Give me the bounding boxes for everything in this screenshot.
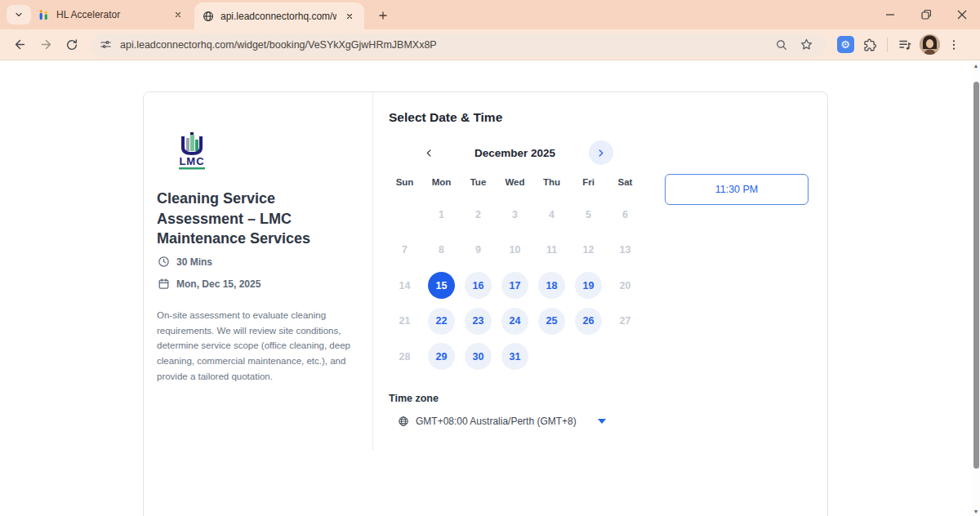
calendar-day-21: 21 <box>391 308 418 335</box>
globe-favicon <box>203 11 214 22</box>
calendar-day-17[interactable]: 17 <box>501 272 528 299</box>
address-bar[interactable]: api.leadconnectorhq.com/widget/booking/V… <box>91 33 826 56</box>
calendar-day-30[interactable]: 30 <box>465 343 492 370</box>
calendar-day-22[interactable]: 22 <box>428 308 455 335</box>
scroll-down-arrow[interactable]: ▼ <box>972 506 980 516</box>
calendar-day-9: 9 <box>465 237 492 264</box>
weekday-fri: Fri <box>570 177 607 187</box>
close-tab-icon[interactable] <box>343 10 356 23</box>
booking-card: LMC Cleaning Service Assessment – LMC Ma… <box>143 91 828 516</box>
page-scrollbar[interactable]: ▲ ▼ <box>972 60 980 516</box>
panel-divider <box>372 92 373 450</box>
close-tab-icon[interactable] <box>172 8 185 21</box>
lmc-logo: LMC <box>174 131 210 174</box>
calendar-day-25[interactable]: 25 <box>538 308 565 335</box>
calendar-day-27: 27 <box>612 308 639 335</box>
tab-hl-accelerator[interactable]: HL Accelerator <box>29 0 193 29</box>
extensions-puzzle-icon[interactable] <box>858 33 882 57</box>
calendar-day-12: 12 <box>575 237 602 264</box>
next-month-button[interactable] <box>589 140 613 165</box>
weekday-thu: Thu <box>533 177 570 187</box>
page-title: Select Date & Time <box>389 110 502 125</box>
calendar-day-11: 11 <box>538 237 565 264</box>
avatar <box>920 34 940 55</box>
scroll-up-arrow[interactable]: ▲ <box>972 60 980 70</box>
svg-text:LMC: LMC <box>179 155 204 167</box>
calendar-day-2: 2 <box>465 201 492 228</box>
duration-label: 30 Mins <box>176 256 212 268</box>
calendar-day-7: 7 <box>391 237 418 264</box>
calendar-day-3: 3 <box>501 201 528 228</box>
reading-list-icon[interactable] <box>893 33 917 57</box>
previous-month-button[interactable] <box>417 140 442 165</box>
calendar-day-15[interactable]: 15 <box>428 272 455 299</box>
calendar-day-18[interactable]: 18 <box>538 272 565 299</box>
browser-toolbar: api.leadconnectorhq.com/widget/booking/V… <box>0 29 980 60</box>
weekday-wed: Wed <box>497 177 533 187</box>
calendar-day-28: 28 <box>391 343 418 370</box>
service-description: On-site assessment to evaluate cleaning … <box>157 308 359 385</box>
reload-button[interactable] <box>60 33 83 56</box>
globe-icon <box>398 416 409 427</box>
calendar-day-19[interactable]: 19 <box>575 272 602 299</box>
calendar-day-29[interactable]: 29 <box>428 343 455 370</box>
clock-icon <box>158 256 170 268</box>
site-settings-icon[interactable] <box>100 38 112 51</box>
service-title: Cleaning Service Assessment – LMC Mainte… <box>157 189 324 249</box>
hl-accelerator-favicon <box>38 9 50 21</box>
restore-button[interactable] <box>908 0 944 29</box>
month-label: December 2025 <box>454 147 577 159</box>
timezone-value: GMT+08:00 Australia/Perth (GMT+8) <box>416 416 577 427</box>
month-navigation: December 2025 <box>386 138 644 167</box>
calendar-day-31[interactable]: 31 <box>501 343 528 370</box>
tab-title: api.leadconnectorhq.com/widg <box>220 11 336 22</box>
gear-icon: ⚙ <box>837 36 854 53</box>
calendar-grid: 1234567891011121314151617181920212223242… <box>386 197 644 375</box>
tab-search-button[interactable] <box>7 5 31 24</box>
window-controls <box>872 0 980 29</box>
toolbar-separator <box>887 38 888 52</box>
calendar-day-14: 14 <box>391 272 418 299</box>
weekday-tue: Tue <box>460 177 497 187</box>
duration-row: 30 Mins <box>158 256 212 268</box>
time-slot-11-30-pm[interactable]: 11:30 PM <box>665 174 808 205</box>
slot-list: 11:30 PM <box>665 174 808 205</box>
calendar-day-10: 10 <box>501 237 528 264</box>
tab-bar: HL Accelerator api.leadconnectorhq.com/w… <box>0 0 980 29</box>
calendar-day-13: 13 <box>612 237 639 264</box>
calendar-day-8: 8 <box>428 237 455 264</box>
calendar-day-23[interactable]: 23 <box>465 308 492 335</box>
close-window-button[interactable] <box>944 0 980 29</box>
caret-down-icon <box>598 419 606 424</box>
chevron-down-icon <box>14 10 24 20</box>
scrollbar-thumb[interactable] <box>973 82 979 469</box>
weekday-mon: Mon <box>423 177 460 187</box>
calendar-day-4: 4 <box>538 201 565 228</box>
calendar-day-20: 20 <box>612 272 639 299</box>
weekday-row: SunMonTueWedThuFriSat <box>386 177 644 187</box>
forward-button[interactable] <box>34 33 57 56</box>
toolbar-actions: ⚙ <box>833 33 966 57</box>
tab-booking-widget-active[interactable]: api.leadconnectorhq.com/widg <box>194 2 364 29</box>
url-text[interactable]: api.leadconnectorhq.com/widget/booking/V… <box>120 39 769 51</box>
pinned-extension-button[interactable]: ⚙ <box>833 33 858 57</box>
minimize-button[interactable] <box>872 0 908 29</box>
weekday-sun: Sun <box>386 177 423 187</box>
back-button[interactable] <box>8 33 31 56</box>
calendar-day-1: 1 <box>428 201 455 228</box>
calendar-day-26[interactable]: 26 <box>575 308 602 335</box>
calendar-day-16[interactable]: 16 <box>465 272 492 299</box>
weekday-sat: Sat <box>607 177 644 187</box>
new-tab-button[interactable] <box>372 5 394 26</box>
zoom-icon[interactable] <box>769 33 794 57</box>
browser-menu-icon[interactable] <box>942 33 966 57</box>
bookmark-star-icon[interactable] <box>794 33 818 57</box>
timezone-label: Time zone <box>389 393 439 404</box>
profile-avatar[interactable] <box>917 33 942 57</box>
timezone-select[interactable]: GMT+08:00 Australia/Perth (GMT+8) <box>398 416 643 427</box>
calendar-day-6: 6 <box>612 201 639 228</box>
booking-page: LMC Cleaning Service Assessment – LMC Ma… <box>0 60 972 516</box>
tab-title: HL Accelerator <box>56 9 165 20</box>
calendar-day-5: 5 <box>575 201 602 228</box>
calendar-day-24[interactable]: 24 <box>501 308 528 335</box>
